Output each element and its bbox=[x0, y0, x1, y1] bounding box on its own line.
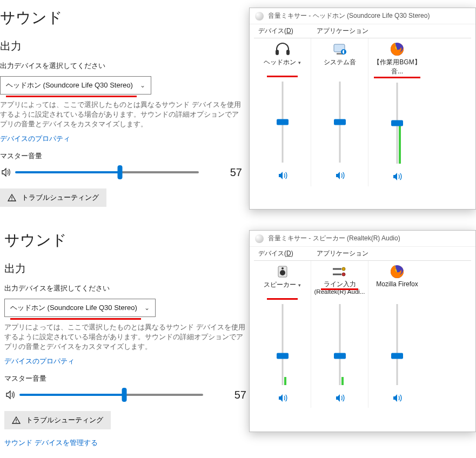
volume-mixer-window-1: 音量ミキサー - ヘッドホン (Soundcore Life Q30 Stere… bbox=[249, 8, 476, 210]
warning-icon bbox=[12, 416, 21, 425]
slider-thumb[interactable] bbox=[391, 120, 403, 126]
manage-sound-devices-link[interactable]: サウンド デバイスを管理する bbox=[4, 438, 253, 448]
settings-panel-2: サウンド 出力 出力デバイスを選択してください ヘッドホン (Soundcore… bbox=[4, 230, 253, 451]
volume-slider[interactable] bbox=[334, 82, 346, 163]
annotation-underline bbox=[267, 76, 298, 77]
window-title: 音量ミキサー - スピーカー (Realtek(R) Audio) bbox=[268, 234, 400, 243]
slider-thumb[interactable] bbox=[117, 165, 122, 179]
output-device-dropdown[interactable]: ヘッドホン (Soundcore Life Q30 Stereo) ⌄ bbox=[4, 299, 156, 317]
output-device-label: 出力デバイスを選択してください bbox=[0, 61, 249, 71]
mute-button[interactable] bbox=[334, 170, 345, 181]
volume-slider[interactable] bbox=[277, 304, 289, 385]
output-device-value: ヘッドホン (Soundcore Life Q30 Stereo) bbox=[10, 303, 144, 313]
channel-name[interactable]: ライン入力 (Realtek(R) Audi... bbox=[313, 280, 366, 298]
app-icon bbox=[255, 12, 264, 21]
page-title: サウンド bbox=[0, 8, 249, 28]
annotation-underline bbox=[6, 96, 137, 97]
warning-icon bbox=[8, 193, 16, 202]
volume-slider[interactable] bbox=[391, 304, 403, 385]
svg-point-12 bbox=[281, 267, 284, 270]
slider-thumb[interactable] bbox=[277, 119, 289, 125]
svg-point-16 bbox=[342, 273, 345, 276]
headphones-icon[interactable] bbox=[274, 42, 291, 57]
svg-rect-4 bbox=[276, 50, 279, 55]
annotation-underline bbox=[321, 288, 358, 290]
svg-point-11 bbox=[280, 270, 285, 275]
chevron-down-icon: ⌄ bbox=[140, 82, 145, 89]
firefox-icon[interactable] bbox=[388, 42, 406, 57]
system-sounds-icon[interactable] bbox=[331, 42, 348, 57]
volume-mixer-window-2: 音量ミキサー - スピーカー (Realtek(R) Audio) デバイス(D… bbox=[249, 230, 476, 432]
channel-name[interactable]: ヘッドホン▾ bbox=[264, 58, 301, 75]
volume-slider[interactable] bbox=[391, 83, 403, 164]
window-titlebar[interactable]: 音量ミキサー - ヘッドホン (Soundcore Life Q30 Stere… bbox=[250, 8, 475, 24]
line-in-icon[interactable] bbox=[331, 264, 348, 279]
master-volume-label: マスター音量 bbox=[4, 374, 253, 383]
svg-point-3 bbox=[16, 422, 17, 423]
device-group-label: デバイス(D) bbox=[256, 26, 314, 37]
settings-panel-1: サウンド 出力 出力デバイスを選択してください ヘッドホン (Soundcore… bbox=[0, 8, 249, 207]
application-group-label: アプリケーション bbox=[314, 249, 368, 259]
mixer-device-channel: ヘッドホン▾ bbox=[254, 38, 311, 186]
slider-thumb[interactable] bbox=[391, 353, 403, 359]
mute-button[interactable] bbox=[334, 393, 345, 403]
output-help-text: アプリによっては、ここで選択したものとは異なるサウンド デバイスを使用するように… bbox=[0, 100, 242, 130]
mixer-app-channel: 【作業用BGM】音... bbox=[368, 38, 426, 186]
app-icon bbox=[255, 234, 264, 243]
speaker-icon[interactable] bbox=[4, 389, 16, 401]
volume-slider[interactable] bbox=[277, 82, 289, 163]
channel-name[interactable]: Mozilla Firefox bbox=[376, 280, 418, 298]
window-titlebar[interactable]: 音量ミキサー - スピーカー (Realtek(R) Audio) bbox=[250, 231, 475, 247]
firefox-icon[interactable] bbox=[388, 264, 406, 279]
troubleshoot-label: トラブルシューティング bbox=[26, 415, 103, 425]
troubleshoot-button[interactable]: トラブルシューティング bbox=[4, 411, 111, 429]
slider-thumb[interactable] bbox=[122, 388, 126, 402]
annotation-underline bbox=[267, 298, 298, 300]
master-volume-label: マスター音量 bbox=[0, 151, 249, 161]
mixer-app-channel: システム音 bbox=[311, 38, 368, 186]
chevron-down-icon: ⌄ bbox=[144, 304, 150, 312]
master-volume-value: 57 bbox=[234, 389, 246, 401]
output-device-label: 出力デバイスを選択してください bbox=[4, 284, 253, 293]
device-group-label: デバイス(D) bbox=[256, 249, 314, 259]
annotation-underline bbox=[374, 77, 420, 78]
output-help-text: アプリによっては、ここで選択したものとは異なるサウンド デバイスを使用するように… bbox=[4, 322, 246, 352]
channel-name[interactable]: 【作業用BGM】音... bbox=[371, 58, 424, 76]
mute-button[interactable] bbox=[392, 393, 403, 403]
section-output-heading: 出力 bbox=[4, 261, 253, 276]
section-output-heading: 出力 bbox=[0, 39, 249, 53]
chevron-down-icon: ▾ bbox=[298, 60, 301, 65]
annotation-underline bbox=[10, 318, 141, 320]
output-device-dropdown[interactable]: ヘッドホン (Soundcore Life Q30 Stereo) ⌄ bbox=[0, 76, 151, 95]
master-volume-value: 57 bbox=[230, 166, 242, 179]
troubleshoot-label: トラブルシューティング bbox=[22, 193, 99, 203]
master-volume-slider[interactable] bbox=[19, 394, 203, 396]
channel-name[interactable]: スピーカー▾ bbox=[264, 280, 301, 298]
svg-point-14 bbox=[342, 267, 345, 271]
mute-button[interactable] bbox=[277, 393, 288, 403]
mixer-app-channel: Mozilla Firefox bbox=[368, 261, 426, 408]
speaker-device-icon[interactable] bbox=[274, 264, 291, 279]
slider-thumb[interactable] bbox=[334, 119, 346, 125]
page-title: サウンド bbox=[4, 230, 253, 251]
mixer-device-channel: スピーカー▾ bbox=[254, 261, 311, 408]
speaker-icon[interactable] bbox=[0, 166, 12, 178]
mixer-app-channel: ライン入力 (Realtek(R) Audi... bbox=[311, 261, 368, 408]
window-title: 音量ミキサー - ヘッドホン (Soundcore Life Q30 Stere… bbox=[268, 11, 430, 21]
device-properties-link[interactable]: デバイスのプロパティ bbox=[0, 134, 249, 144]
troubleshoot-button[interactable]: トラブルシューティング bbox=[0, 188, 106, 207]
mute-button[interactable] bbox=[277, 170, 288, 181]
svg-point-1 bbox=[11, 199, 12, 200]
output-device-value: ヘッドホン (Soundcore Life Q30 Stereo) bbox=[6, 80, 140, 90]
device-properties-link[interactable]: デバイスのプロパティ bbox=[4, 356, 253, 366]
volume-slider[interactable] bbox=[334, 304, 346, 385]
slider-thumb[interactable] bbox=[334, 353, 346, 359]
application-group-label: アプリケーション bbox=[314, 26, 368, 37]
channel-name[interactable]: システム音 bbox=[324, 58, 356, 75]
master-volume-slider[interactable] bbox=[15, 171, 199, 173]
mute-button[interactable] bbox=[392, 171, 403, 182]
chevron-down-icon: ▾ bbox=[298, 282, 301, 288]
slider-thumb[interactable] bbox=[277, 353, 289, 359]
svg-rect-5 bbox=[286, 50, 290, 55]
